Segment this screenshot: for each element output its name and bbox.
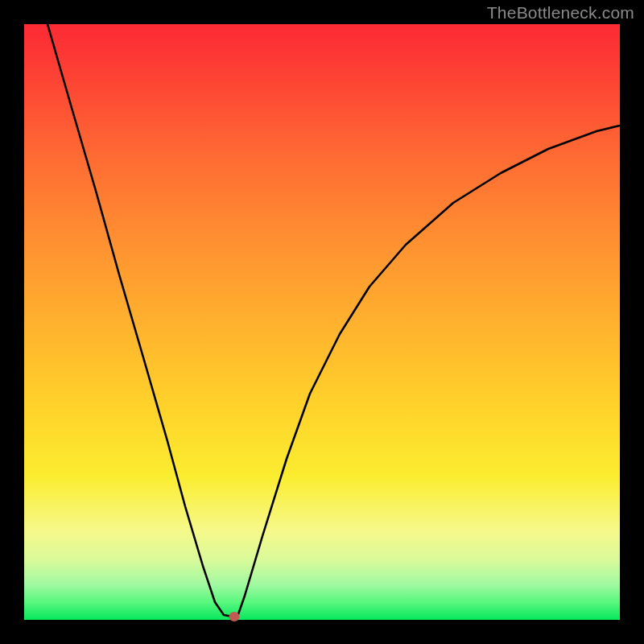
watermark-text: TheBottleneck.com — [487, 3, 634, 23]
curve-minimum-dot — [229, 612, 240, 621]
bottleneck-curve — [24, 24, 620, 620]
chart-frame: TheBottleneck.com — [0, 0, 644, 644]
plot-area — [24, 24, 620, 620]
curve-path — [47, 24, 620, 617]
